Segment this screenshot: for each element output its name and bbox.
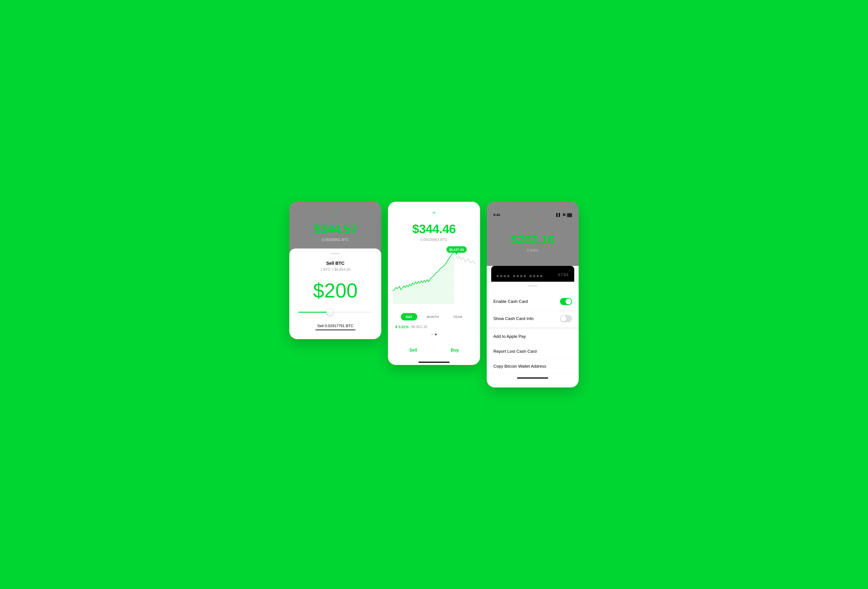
toggle-thumb	[565, 299, 571, 305]
divider	[487, 327, 579, 329]
menu-item-report-lost[interactable]: Report Lost Cash Card	[487, 344, 579, 359]
card-dots-1	[496, 275, 509, 277]
tab-day[interactable]: DAY	[401, 313, 417, 320]
screen1-btc: 0.05026901 BTC	[296, 238, 375, 242]
buy-sell-row: Sell Buy	[393, 340, 475, 358]
screen1-balance: $344.57	[296, 222, 375, 236]
sell-amount: $200	[296, 281, 375, 300]
screen2-balance: $344.46	[395, 222, 473, 236]
screen-sell-btc: ⌃ $344.57 0.05026901 BTC Sell BTC 1 BTC …	[289, 202, 381, 339]
home-indicator	[418, 362, 450, 363]
sell-btc-label: Sell 0.02917791 BTC	[296, 324, 375, 328]
sell-button[interactable]: Sell	[393, 345, 434, 356]
card-last4: 6794	[558, 272, 569, 277]
status-time: 9:43	[493, 213, 500, 217]
screen2-header: ⌃ $344.46 0.05026901 BTC	[388, 202, 480, 246]
cash-card: 6794	[491, 266, 574, 284]
card-dots-3	[530, 275, 542, 277]
card-dot	[504, 275, 506, 277]
show-cash-card-info-label: Show Cash Card Info	[493, 316, 534, 321]
sell-btc-underline	[315, 330, 356, 330]
current-price: $6,852.38	[411, 325, 427, 329]
show-cash-card-toggle[interactable]	[560, 315, 572, 322]
report-lost-label: Report Lost Cash Card	[493, 349, 537, 354]
sell-btc-sheet: Sell BTC 1 BTC = $6,854.50 $200 Sell 0.0…	[289, 249, 381, 339]
status-bar: 9:43 ▌▌ ⌘ ▓▓	[493, 213, 572, 217]
chart-stats: ⬆ 5.01% $6,852.38	[388, 325, 480, 334]
menu-item-show-info: Show Cash Card Info	[487, 310, 579, 327]
card-dot	[507, 275, 509, 277]
battery-icon: ▓▓	[567, 213, 572, 217]
sheet-handle	[331, 253, 340, 254]
card-dots-group	[496, 275, 542, 277]
cash-card-menu: Enable Cash Card Show Cash Card Info Add…	[487, 282, 579, 388]
card-dot	[533, 275, 535, 277]
card-dot	[524, 275, 526, 277]
card-dot	[540, 275, 542, 277]
card-dot	[530, 275, 532, 277]
change-pct: ⬆ 5.01%	[395, 325, 409, 329]
add-apple-pay-label: Add to Apple Pay	[493, 334, 526, 339]
card-dot	[517, 275, 519, 277]
card-dot	[537, 275, 539, 277]
screens-container: ⌃ $344.57 0.05026901 BTC Sell BTC 1 BTC …	[289, 202, 579, 388]
menu-item-enable: Enable Cash Card	[487, 293, 579, 310]
btc-chart: $6,637.92	[388, 246, 480, 309]
card-dot	[513, 275, 515, 277]
sell-amount-value: $200	[313, 280, 358, 302]
time-tabs: DAY MONTH YEAR	[388, 309, 480, 325]
enable-cash-card-toggle[interactable]	[560, 298, 572, 305]
cash-label: CASH	[493, 249, 572, 253]
sell-title: Sell BTC	[296, 261, 375, 266]
home-indicator-3	[517, 377, 548, 379]
card-dot	[520, 275, 523, 277]
slider-thumb[interactable]	[326, 309, 333, 315]
tab-year[interactable]: YEAR	[448, 313, 467, 320]
chevron-up-icon[interactable]: ⌃	[296, 211, 375, 218]
wifi-icon: ⌘	[562, 213, 566, 217]
menu-item-apple-pay[interactable]: Add to Apple Pay	[487, 329, 579, 344]
card-dot	[496, 275, 499, 277]
card-dots-2	[513, 275, 526, 277]
dot-1	[431, 334, 433, 335]
toggle-thumb-2	[561, 316, 567, 321]
svg-marker-1	[393, 253, 453, 304]
signal-icon: ▌▌	[557, 213, 561, 217]
screen2-btc: 0.05026901 BTC	[395, 238, 473, 242]
card-dot	[500, 275, 502, 277]
chart-tooltip: $6,637.92	[446, 246, 467, 253]
screen3-header: 9:43 ▌▌ ⌘ ▓▓ ⌃ $202.16 CASH	[487, 202, 579, 266]
tab-month[interactable]: MONTH	[422, 313, 444, 320]
screen-btc-chart: ⌃ $344.46 0.05026901 BTC $6,637.92 DAY M…	[388, 202, 480, 365]
buy-button[interactable]: Buy	[434, 345, 475, 356]
chart-svg	[390, 246, 478, 304]
bitcoin-wallet-label: Copy Bitcoin Wallet Address	[493, 364, 546, 369]
slider-track	[298, 312, 372, 313]
menu-item-bitcoin-wallet[interactable]: Copy Bitcoin Wallet Address	[487, 359, 579, 374]
screen3-chevron-icon[interactable]: ⌃	[493, 221, 572, 229]
slider-fill	[298, 312, 328, 313]
amount-slider[interactable]	[296, 312, 375, 313]
enable-cash-card-label: Enable Cash Card	[493, 299, 528, 304]
screen-cash-card: 9:43 ▌▌ ⌘ ▓▓ ⌃ $202.16 CASH	[487, 202, 579, 388]
sell-rate: 1 BTC = $6,854.50	[296, 268, 375, 272]
page-dots	[388, 334, 480, 335]
screen3-balance: $202.16	[493, 232, 572, 247]
status-icons: ▌▌ ⌘ ▓▓	[557, 213, 572, 217]
screen1-header: ⌃ $344.57 0.05026901 BTC	[289, 202, 381, 255]
screen2-chevron-icon[interactable]: ⌃	[395, 211, 473, 218]
dot-2	[435, 334, 437, 335]
sheet-handle-3	[528, 285, 537, 286]
